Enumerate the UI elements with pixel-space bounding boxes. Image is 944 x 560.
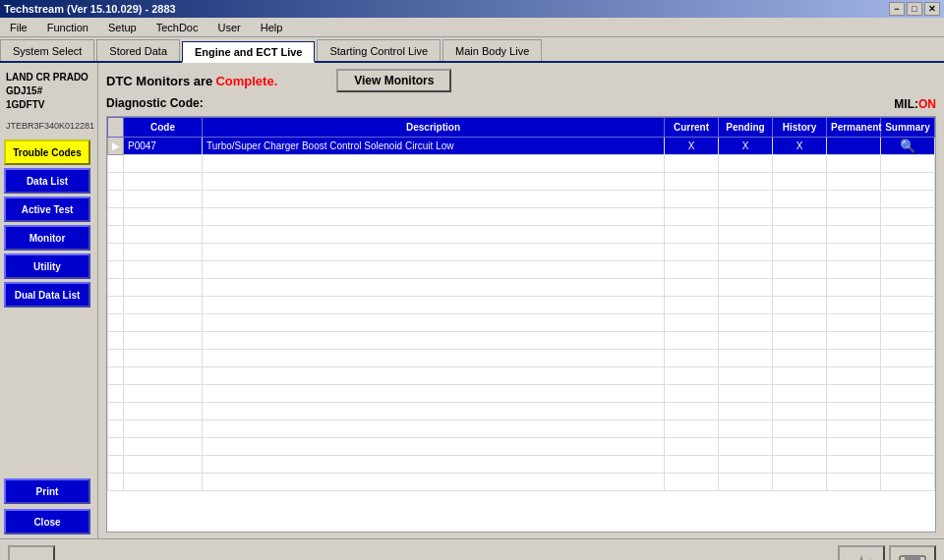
- menu-function[interactable]: Function: [41, 20, 94, 35]
- tab-main-body-live[interactable]: Main Body Live: [442, 39, 542, 61]
- dtc-table-container: Code Description Current Pending History…: [106, 116, 936, 532]
- content-area: DTC Monitors are Complete. View Monitors…: [98, 63, 944, 538]
- view-monitors-button[interactable]: View Monitors: [336, 69, 451, 92]
- close-button[interactable]: ✕: [924, 2, 940, 16]
- table-row: [108, 420, 935, 438]
- utility-button[interactable]: Utility: [4, 253, 90, 279]
- settings-icon-button[interactable]: [838, 545, 885, 561]
- table-row: [108, 226, 935, 244]
- table-row: [108, 155, 935, 173]
- menu-help[interactable]: Help: [255, 20, 289, 35]
- table-row: [108, 191, 935, 208]
- th-summary: Summary: [881, 118, 935, 138]
- row-pending: X: [719, 138, 773, 155]
- dtc-status-label: DTC Monitors are: [106, 74, 212, 88]
- settings-icon: [846, 553, 877, 561]
- vehicle-info: LAND CR PRADO GDJ15# 1GDFTV: [4, 67, 93, 116]
- menu-setup[interactable]: Setup: [102, 20, 143, 35]
- th-marker: [108, 118, 124, 138]
- th-code: Code: [124, 118, 203, 138]
- vehicle-icon: [14, 551, 49, 561]
- vehicle-icon-button[interactable]: [8, 545, 55, 561]
- vehicle-name: LAND CR PRADO: [6, 71, 91, 84]
- table-row: [108, 474, 935, 491]
- menu-user[interactable]: User: [211, 20, 246, 35]
- table-row: [108, 332, 935, 350]
- table-row: [108, 438, 935, 456]
- table-row: [108, 385, 935, 403]
- table-row[interactable]: ▶ P0047 Turbo/Super Charger Boost Contro…: [108, 138, 935, 155]
- th-permanent: Permanent: [827, 118, 881, 138]
- save-icon-button[interactable]: [889, 545, 936, 561]
- title-bar-controls: − □ ✕: [889, 2, 940, 16]
- table-row: [108, 456, 935, 474]
- maximize-button[interactable]: □: [907, 2, 922, 16]
- title-bar-title: Techstream (Ver 15.10.029) - 2883: [4, 3, 176, 15]
- table-row: [108, 279, 935, 297]
- active-test-button[interactable]: Active Test: [4, 196, 90, 222]
- table-row: [108, 314, 935, 332]
- table-row: [108, 173, 935, 191]
- th-current: Current: [665, 118, 719, 138]
- save-icon: [897, 553, 928, 561]
- app-title: Techstream (Ver 15.10.029) - 2883: [4, 3, 176, 15]
- table-row: [108, 367, 935, 385]
- mil-value: ON: [918, 97, 936, 111]
- close-button[interactable]: Close: [4, 509, 90, 534]
- row-permanent: [827, 138, 881, 155]
- th-description: Description: [203, 118, 665, 138]
- tab-stored-data[interactable]: Stored Data: [96, 39, 180, 61]
- tab-engine-ect-live[interactable]: Engine and ECT Live: [182, 41, 315, 63]
- table-row: [108, 403, 935, 420]
- row-marker: ▶: [108, 138, 124, 155]
- footer-right: [838, 545, 936, 561]
- row-current: X: [665, 138, 719, 155]
- dual-data-list-button[interactable]: Dual Data List: [4, 282, 90, 308]
- th-pending: Pending: [719, 118, 773, 138]
- menu-techdoc[interactable]: TechDoc: [150, 20, 205, 35]
- row-description: Turbo/Super Charger Boost Control Soleno…: [203, 138, 665, 155]
- data-list-button[interactable]: Data List: [4, 168, 90, 194]
- svg-rect-8: [905, 556, 920, 561]
- vehicle-variant: 1GDFTV: [6, 98, 91, 112]
- print-button[interactable]: Print: [4, 478, 90, 504]
- table-row: [108, 350, 935, 367]
- diagnostic-code-label: Diagnostic Code:: [106, 96, 204, 110]
- title-bar: Techstream (Ver 15.10.029) - 2883 − □ ✕: [0, 0, 944, 18]
- monitor-button[interactable]: Monitor: [4, 225, 90, 251]
- row-history: X: [773, 138, 827, 155]
- menu-bar: File Function Setup TechDoc User Help: [0, 18, 944, 37]
- tab-system-select[interactable]: System Select: [0, 39, 94, 61]
- menu-file[interactable]: File: [4, 20, 33, 35]
- vin-info: JTEBR3F340K012281: [4, 119, 93, 133]
- table-row: [108, 297, 935, 314]
- table-row: [108, 244, 935, 261]
- row-summary[interactable]: 🔍: [881, 138, 935, 155]
- table-row: [108, 208, 935, 226]
- footer-area: [0, 538, 944, 560]
- tab-starting-control-live[interactable]: Starting Control Live: [317, 39, 441, 61]
- minimize-button[interactable]: −: [889, 2, 905, 16]
- tab-bar: System Select Stored Data Engine and ECT…: [0, 37, 944, 63]
- footer-left: [8, 545, 55, 561]
- dtc-table: Code Description Current Pending History…: [107, 117, 935, 491]
- trouble-codes-button[interactable]: Trouble Codes: [4, 140, 90, 165]
- dtc-status-value: Complete.: [215, 74, 277, 88]
- sidebar: LAND CR PRADO GDJ15# 1GDFTV JTEBR3F340K0…: [0, 63, 98, 538]
- th-history: History: [773, 118, 827, 138]
- table-row: [108, 261, 935, 279]
- row-code: P0047: [124, 138, 203, 155]
- vehicle-code: GDJ15#: [6, 84, 91, 98]
- mil-label: MIL:ON: [894, 97, 936, 111]
